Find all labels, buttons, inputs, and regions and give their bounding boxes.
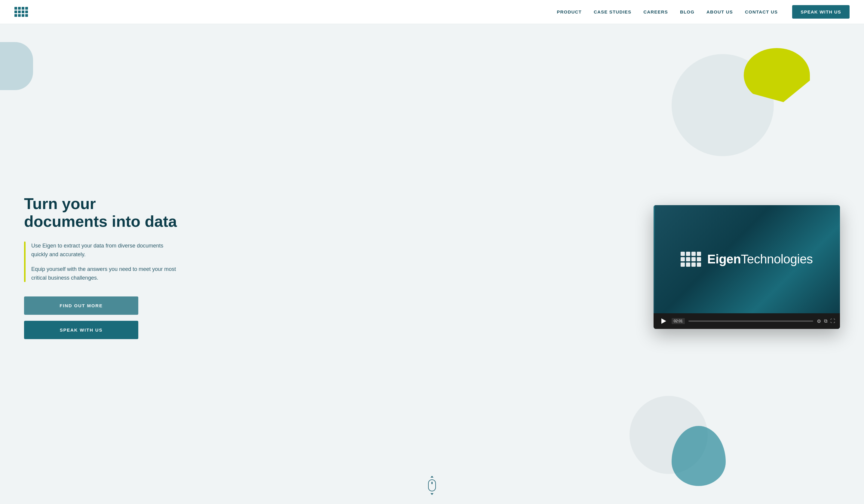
nav-links: PRODUCT CASE STUDIES CAREERS BLOG ABOUT …: [557, 9, 778, 15]
scroll-indicator: [428, 476, 436, 495]
mouse-dot: [431, 482, 433, 484]
navbar: PRODUCT CASE STUDIES CAREERS BLOG ABOUT …: [0, 0, 864, 24]
vl-dot: [697, 252, 701, 256]
nav-link-about[interactable]: ABOUT US: [707, 9, 733, 14]
video-brand-suffix: Technologies: [741, 252, 813, 266]
logo-dot: [25, 7, 28, 10]
logo-dot: [18, 11, 21, 13]
logo[interactable]: [14, 7, 28, 17]
logo-dot: [18, 14, 21, 17]
nav-item-contact[interactable]: CONTACT US: [745, 9, 778, 15]
arrow-up-icon: [431, 476, 433, 478]
video-settings-icon[interactable]: ⚙: [817, 318, 821, 324]
logo-dot: [14, 14, 17, 17]
video-time-badge: 02:01: [672, 318, 685, 324]
hero-left-content: Turn your documents into data Use Eigen …: [24, 195, 180, 340]
vl-dot: [681, 262, 685, 267]
nav-item-careers[interactable]: CAREERS: [643, 9, 668, 15]
vl-dot: [692, 252, 696, 256]
hero-body-text: Use Eigen to extract your data from dive…: [24, 242, 180, 282]
hero-paragraph-2: Equip yourself with the answers you need…: [31, 265, 180, 282]
vl-dot: [697, 262, 701, 267]
logo-dot: [25, 11, 28, 13]
hero-paragraph-1: Use Eigen to extract your data from dive…: [31, 242, 180, 259]
nav-item-blog[interactable]: BLOG: [680, 9, 694, 15]
logo-dot: [14, 11, 17, 13]
scroll-arrow-down: [431, 493, 433, 495]
vl-dot: [697, 257, 701, 261]
logo-grid-icon: [14, 7, 28, 17]
mouse-scroll-icon: [428, 479, 436, 491]
nav-link-product[interactable]: PRODUCT: [557, 9, 582, 14]
nav-item-about[interactable]: ABOUT US: [707, 9, 733, 15]
logo-dot: [25, 14, 28, 17]
vl-dot: [686, 252, 690, 256]
video-progress-bar[interactable]: [688, 320, 813, 322]
nav-link-case-studies[interactable]: CASE STUDIES: [594, 9, 631, 14]
vl-dot: [692, 257, 696, 261]
vl-dot: [681, 252, 685, 256]
arrow-down-icon: [431, 493, 433, 495]
find-out-more-button[interactable]: FIND OUT MORE: [24, 296, 138, 315]
hero-buttons: FIND OUT MORE SPEAK WITH US: [24, 296, 180, 339]
vl-dot: [692, 262, 696, 267]
speak-with-us-button[interactable]: SPEAK WITH US: [24, 321, 138, 339]
video-controls-bar: 02:01 ⚙ ⧉ ⛶: [653, 313, 840, 329]
hero-title: Turn your documents into data: [24, 195, 180, 231]
logo-dot: [22, 7, 24, 10]
video-player: EigenTechnologies 02:01 ⚙ ⧉ ⛶: [653, 205, 840, 329]
vl-dot: [681, 257, 685, 261]
vl-dot: [686, 262, 690, 267]
scroll-arrow-up: [431, 476, 433, 478]
nav-item-product[interactable]: PRODUCT: [557, 9, 582, 15]
logo-dot: [18, 7, 21, 10]
hero-right-video: EigenTechnologies 02:01 ⚙ ⧉ ⛶: [204, 205, 840, 329]
decorative-blob-yellow: [744, 48, 810, 102]
video-ctrl-icons: ⚙ ⧉ ⛶: [817, 318, 835, 324]
vl-dot: [686, 257, 690, 261]
play-button[interactable]: [658, 316, 668, 326]
play-triangle-icon: [661, 318, 666, 324]
nav-cta-button[interactable]: SPEAK WITH US: [792, 5, 850, 19]
logo-dot: [22, 14, 24, 17]
logo-dot: [22, 11, 24, 13]
hero-section: Turn your documents into data Use Eigen …: [0, 24, 864, 504]
nav-item-case-studies[interactable]: CASE STUDIES: [594, 9, 631, 15]
logo-dot: [14, 7, 17, 10]
video-brand-name: Eigen: [707, 252, 741, 266]
video-pip-icon[interactable]: ⧉: [824, 318, 827, 324]
nav-link-contact[interactable]: CONTACT US: [745, 9, 778, 14]
video-logo-text: EigenTechnologies: [707, 252, 813, 267]
video-logo-icon: [681, 252, 701, 267]
video-logo: EigenTechnologies: [681, 252, 813, 267]
nav-link-careers[interactable]: CAREERS: [643, 9, 668, 14]
nav-link-blog[interactable]: BLOG: [680, 9, 694, 14]
video-screen: EigenTechnologies: [653, 205, 840, 313]
decorative-blob-teal-left: [0, 42, 33, 90]
video-fullscreen-icon[interactable]: ⛶: [830, 318, 835, 324]
